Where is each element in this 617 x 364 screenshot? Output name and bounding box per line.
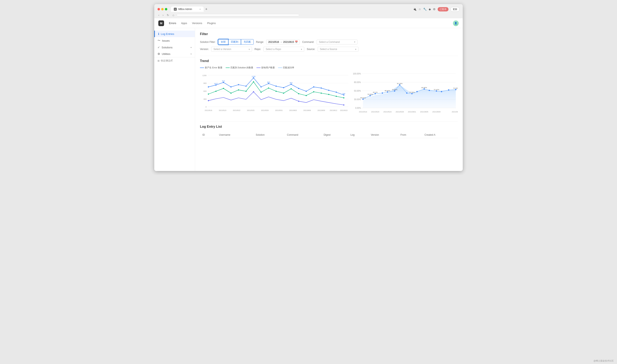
svg-text:300: 300 (204, 98, 206, 100)
nav-versions[interactable]: Versions (192, 21, 202, 26)
svg-point-43 (313, 91, 314, 92)
svg-text:913: 913 (222, 80, 225, 82)
calendar-icon: 📅 (295, 41, 298, 43)
svg-point-36 (260, 91, 262, 93)
legend-users-label: 影响用户数量 (261, 66, 275, 69)
command-label: Command: (302, 41, 314, 43)
legend-error-label: 新产生 Error 数量 (205, 66, 222, 69)
svg-text:20210528: 20210528 (261, 109, 269, 111)
home-button[interactable]: ⌂ (172, 13, 175, 17)
main-chart: 1200 900 600 300 0 (200, 72, 348, 117)
chevron-down-icon-version: ▾ (249, 48, 250, 50)
forward-button[interactable]: › (162, 13, 165, 17)
svg-text:600: 600 (204, 90, 206, 92)
filter-section: Filter Solution Filter: 全部 匹配到 无匹配 Range… (200, 32, 458, 52)
sidebar-item-issues[interactable]: 〜 Issues (154, 37, 195, 44)
sidebar-item-utilities[interactable]: ⚙ Utilities ▾ (154, 51, 195, 57)
svg-point-93 (441, 91, 442, 92)
version-select[interactable]: Select a Version ▾ (211, 47, 252, 52)
log-entry-title: Log Entry List (200, 125, 458, 129)
main-nav: Errors Apps Versions Plugins (169, 21, 216, 26)
col-username: Username (217, 132, 253, 138)
close-button[interactable] (157, 8, 160, 10)
svg-point-49 (253, 91, 254, 92)
version-placeholder: Select a Version (213, 48, 231, 51)
new-tab-button[interactable]: + (204, 7, 209, 12)
svg-point-22 (298, 88, 299, 89)
svg-point-41 (298, 93, 299, 94)
check-icon: ✓ (157, 46, 160, 49)
svg-point-48 (208, 100, 209, 101)
source-select[interactable]: Select a Source ▾ (318, 47, 359, 52)
chevron-down-icon: ▾ (191, 46, 192, 49)
col-from: From (398, 132, 422, 138)
star-icon[interactable]: ☆ (418, 8, 421, 11)
svg-text:843: 843 (267, 81, 270, 83)
charts-container: 1200 900 600 300 0 (200, 72, 458, 117)
svg-point-13 (230, 86, 231, 88)
svg-point-23 (306, 91, 307, 92)
filter-unmatched-button[interactable]: 无匹配 (241, 39, 254, 45)
legend-line-green (226, 67, 230, 68)
svg-point-38 (275, 91, 277, 92)
extension-icon: 🔌 (413, 8, 416, 11)
back-button[interactable]: ‹ (157, 13, 160, 17)
address-bar: ‹ › ↻ ⌂ (154, 12, 463, 18)
nav-apps[interactable]: Apps (181, 21, 187, 26)
nav-errors[interactable]: Errors (169, 21, 176, 26)
filter-matched-button[interactable]: 匹配到 (228, 39, 241, 45)
source-label: Source: (307, 48, 315, 51)
svg-text:652: 652 (290, 82, 293, 84)
date-range-picker[interactable]: 20210516 → 20210615 📅 (266, 39, 300, 44)
avatar: 👤 (453, 20, 459, 26)
url-bar[interactable] (177, 14, 299, 16)
legend-line-teal (257, 67, 260, 68)
browser-tab[interactable]: M MBox Admin × (171, 7, 204, 12)
svg-text:900: 900 (204, 82, 206, 84)
command-select[interactable]: Select a Command ▾ (317, 39, 358, 44)
svg-point-42 (306, 95, 307, 96)
svg-point-10 (208, 86, 209, 88)
tab-favicon: M (174, 8, 177, 11)
tab-title: MBox Admin (178, 8, 192, 11)
puzzle-icon[interactable]: 🔧 (423, 8, 427, 11)
repo-select[interactable]: Select a Repo ▾ (263, 47, 304, 52)
svg-point-20 (283, 87, 284, 88)
svg-text:70.95%: 70.95% (367, 93, 373, 95)
svg-text:79.56%: 79.56% (409, 91, 415, 93)
svg-text:100.00%: 100.00% (353, 73, 361, 75)
svg-text:72.42%: 72.42% (434, 89, 439, 91)
filter-all-button[interactable]: 全部 (218, 39, 228, 45)
legend-solution: 匹配到 Solution 的数量 (226, 66, 253, 69)
section-divider (200, 56, 458, 56)
svg-text:30.00%: 30.00% (354, 98, 361, 101)
update-button[interactable]: 更新 (450, 7, 460, 12)
nav-plugins[interactable]: Plugins (207, 21, 216, 26)
sidebar-collapse-icon: ⊞ (157, 59, 160, 62)
version-label: Version: (200, 48, 209, 51)
collapse-sidebar-button[interactable]: ⊞ 收起侧边栏 (154, 57, 195, 64)
filter-row-1: Solution Filter: 全部 匹配到 无匹配 Range: 20210… (200, 39, 458, 45)
svg-text:20210612: 20210612 (330, 109, 337, 111)
solution-filter-label: Solution Filter: (200, 41, 216, 43)
repo-placeholder: Select a Repo (266, 48, 281, 51)
sidebar-item-solutions[interactable]: ✓ Solutions ▾ (154, 44, 195, 51)
trend-title: Trend (200, 59, 458, 63)
svg-text:20210516: 20210516 (205, 109, 212, 111)
svg-text:20210609: 20210609 (318, 109, 325, 111)
svg-point-34 (245, 91, 247, 92)
paused-button[interactable]: 已暂停 (438, 7, 449, 12)
diamond-icon[interactable]: ◆ (429, 8, 431, 11)
svg-text:20210603: 20210603 (289, 109, 297, 111)
legend-line-lightblue (278, 67, 282, 68)
sidebar-item-log-entries[interactable]: ℹ Log Entries (154, 31, 195, 37)
maximize-button[interactable] (165, 8, 167, 10)
minimize-button[interactable] (161, 8, 164, 10)
tab-close-button[interactable]: × (200, 8, 201, 10)
svg-text:20210601: 20210601 (408, 111, 416, 113)
svg-text:20210524: 20210524 (383, 111, 392, 113)
sidebar-item-label: Solutions (162, 46, 172, 49)
reload-button[interactable]: ↻ (166, 13, 170, 17)
settings-icon[interactable]: ⚙ (433, 8, 436, 11)
svg-text:1130: 1130 (252, 76, 256, 78)
